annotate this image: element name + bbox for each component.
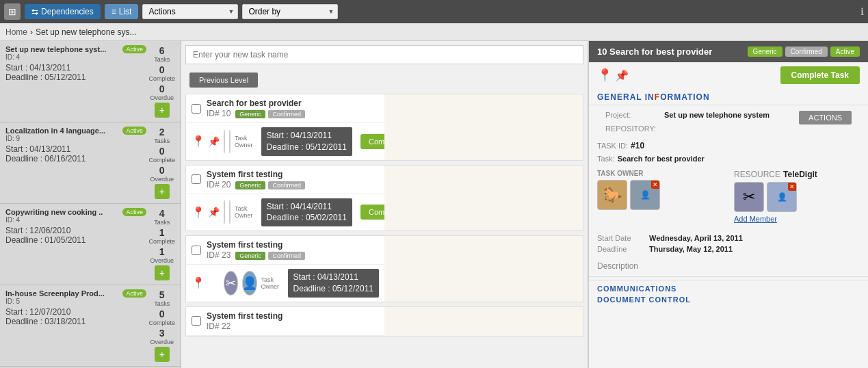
right-panel: 10 Search for best provider Generic Conf… — [588, 41, 868, 368]
orderby-select-wrap: Order by Date Priority Name — [242, 4, 338, 19]
avatar-man-2: 👤 — [242, 271, 257, 295]
rp-task-owner-label: TASK OWNER — [597, 170, 723, 177]
avatar-tool-1: ✂ — [224, 200, 225, 224]
sidebar-item-1[interactable]: Active Localization in 4 language... ID:… — [0, 122, 181, 204]
active-badge-0: Active — [122, 45, 146, 53]
gantt-area-0 — [384, 94, 583, 160]
task-row-3: System first testing ID# 22 — [185, 306, 583, 337]
task-checkbox-3[interactable] — [192, 316, 201, 326]
gantt-area-3 — [384, 307, 583, 336]
task-checkbox-0[interactable] — [192, 104, 201, 114]
rp-start-value: Wednesday, April 13, 2011 — [649, 234, 743, 242]
sidebar-item-0[interactable]: Active Set up new telephone syst... ID: … — [0, 41, 181, 122]
rp-resource-avatar-2: 👤 ✕ — [767, 182, 797, 212]
tab-dependencies[interactable]: ⇆ Dependencies — [25, 4, 101, 19]
prev-level-button[interactable]: Previous Level — [189, 73, 258, 88]
badge-generic: Generic — [748, 47, 782, 57]
pin-placeholder-2: 📌 — [208, 278, 220, 289]
sidebar-item-id-2: ID: 4 — [5, 216, 144, 224]
dependencies-icon: ⇆ — [31, 7, 38, 16]
rp-complete-task-btn[interactable]: Complete Task — [780, 66, 860, 84]
active-badge-1: Active — [122, 127, 146, 135]
rp-avatar-x-icon[interactable]: ✕ — [651, 181, 659, 189]
pin-red-icon-1: 📌 — [208, 207, 220, 218]
rp-actions-btn[interactable]: ACTIONS — [799, 111, 852, 124]
active-badge-3: Active — [122, 289, 146, 298]
badge-active: Active — [830, 47, 860, 57]
task-checkbox-1[interactable] — [192, 174, 201, 184]
rp-section-general: GENERAL INFORMATION — [589, 88, 868, 105]
sidebar-item-title-1: Localization in 4 language... — [5, 127, 115, 135]
rp-resource-name: TeleDigit — [783, 170, 817, 179]
add-task-btn-1[interactable]: + — [155, 184, 170, 199]
add-member-link[interactable]: Add Member — [734, 215, 860, 223]
add-task-btn-2[interactable]: + — [155, 265, 170, 280]
task-date-0: Start : 04/13/2011 Deadline : 05/12/2011 — [261, 127, 352, 156]
tag-generic-1: Generic — [235, 181, 265, 189]
rp-task-id-label: TASK ID: — [597, 142, 628, 150]
sidebar-item-2[interactable]: Active Copywriting new cooking .. ID: 4 … — [0, 204, 181, 285]
rp-header: 10 Search for best provider Generic Conf… — [589, 41, 868, 62]
pin-yellow-icon-0: 📍 — [192, 135, 205, 148]
task-title-2: System first testing — [207, 240, 305, 250]
avatar-tool-2: ✂ — [224, 271, 238, 295]
sidebar-item-dates-1: Start : 04/13/2011 Deadline : 06/16/2011 — [5, 144, 144, 163]
tag-confirmed-0: Confirmed — [268, 110, 305, 118]
breadcrumb: Home › Set up new telephone sys... — [0, 23, 868, 41]
rp-deadline-label: Deadline — [597, 245, 645, 253]
rp-communications-label: COMMUNICATIONS — [597, 285, 860, 293]
task-id-2: ID# 23 Generic Confirmed — [207, 250, 305, 260]
sidebar-item-id-3: ID: 5 — [5, 298, 144, 305]
sidebar-item-dates-0: Start : 04/13/2011 Deadline : 05/12/2011 — [5, 63, 144, 82]
rp-deadline-value: Thursday, May 12, 2011 — [649, 245, 733, 253]
sidebar-item-3[interactable]: Active In-house Screenplay Prod... ID: 5… — [0, 285, 181, 367]
actions-select[interactable]: Actions Delete Archive — [142, 4, 238, 19]
rp-task-value: Search for best provider — [618, 155, 705, 163]
badge-confirmed: Confirmed — [785, 47, 828, 57]
task-checkbox-2[interactable] — [192, 246, 201, 255]
rp-description-label: Description — [597, 261, 638, 271]
orderby-select[interactable]: Order by Date Priority Name — [242, 4, 338, 19]
app-icon[interactable]: ⊞ — [4, 3, 21, 20]
new-task-input[interactable] — [186, 46, 583, 64]
task-id-0: ID# 10 Generic Confirmed — [207, 109, 305, 118]
task-id-1: ID# 20 Generic Confirmed — [207, 180, 305, 189]
rp-resource-avatar-1: ✂ — [734, 182, 764, 212]
avatar-horse-0: 🐎 — [224, 129, 225, 154]
rp-title: 10 Search for best provider — [597, 47, 712, 57]
rp-resource-avatar-x-icon[interactable]: ✕ — [788, 183, 796, 191]
info-icon[interactable]: ℹ — [860, 6, 864, 17]
sidebar-item-title-0: Set up new telephone syst... — [5, 45, 115, 53]
rp-project-label: Project: — [605, 111, 660, 119]
tag-confirmed-1: Confirmed — [268, 181, 305, 189]
rp-resource-label: RESOURCE — [734, 170, 780, 179]
task-row-0: Search for best provider ID# 10 Generic … — [185, 94, 583, 161]
avatar-man-0: 👤 — [229, 129, 231, 154]
add-task-btn-0[interactable]: + — [155, 103, 170, 118]
rp-avatar-horse: 🐎 — [597, 180, 627, 210]
list-icon: ≡ — [111, 7, 116, 16]
task-date-1: Start : 04/14/2011 Deadline : 05/02/2011 — [261, 198, 352, 227]
task-title-0: Search for best provider — [207, 98, 305, 108]
sidebar-item-id-0: ID: 4 — [5, 53, 144, 61]
sidebar-item-title-2: Copywriting new cooking .. — [5, 208, 115, 216]
sidebar-item-id-1: ID: 9 — [5, 135, 144, 142]
breadcrumb-home[interactable]: Home — [5, 27, 27, 37]
task-owner-label-1: Task Owner — [235, 205, 253, 219]
new-task-bar — [185, 45, 583, 64]
rp-avatar-owner-img: 👤 — [640, 190, 650, 200]
tab-list[interactable]: ≡ List — [105, 4, 139, 19]
actions-select-wrap: Actions Delete Archive — [142, 4, 238, 19]
task-title-1: System first testing — [207, 170, 305, 179]
pin-yellow-icon-1: 📍 — [192, 206, 205, 219]
rp-pin-yellow-icon: 📍 — [597, 68, 612, 83]
pin-red-icon-0: 📌 — [208, 136, 220, 147]
avatar-man-1: 👤 — [229, 200, 231, 224]
sidebar-item-title-3: In-house Screenplay Prod... — [5, 289, 115, 298]
task-date-2: Start : 04/13/2011 Deadline : 05/12/2011 — [288, 269, 379, 298]
tag-confirmed-2: Confirmed — [268, 252, 305, 260]
rp-avatar-owner: 👤 ✕ — [630, 180, 660, 210]
task-row-1: System first testing ID# 20 Generic Conf… — [185, 165, 583, 232]
top-bar: ⊞ ⇆ Dependencies ≡ List Actions Delete A… — [0, 0, 868, 23]
add-task-btn-3[interactable]: + — [155, 347, 170, 362]
